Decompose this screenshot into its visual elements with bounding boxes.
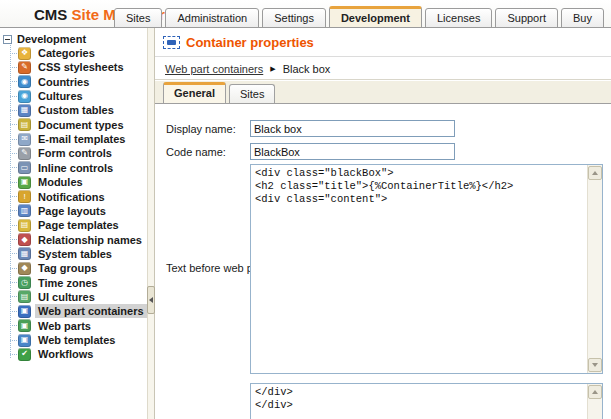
main-tab-support[interactable]: Support <box>495 8 558 28</box>
notifications-icon: ! <box>18 190 31 203</box>
tree-branch-line <box>10 139 17 140</box>
main-tab-licenses[interactable]: Licenses <box>425 8 492 28</box>
sidebar-item-e-mail-templates[interactable]: ✉E-mail templates <box>10 132 128 146</box>
sidebar-item-label: Web part containers <box>35 304 147 318</box>
panel-splitter[interactable] <box>147 28 155 419</box>
tree-root-development[interactable]: Development <box>3 33 89 45</box>
text-before-textarea[interactable]: <div class="blackBox"> <h2 class="title"… <box>250 164 603 374</box>
sidebar-item-form-controls[interactable]: ✎Form controls <box>10 146 115 160</box>
sidebar-item-label: Countries <box>35 75 92 89</box>
code-name-label: Code name: <box>166 146 226 158</box>
breadcrumb-parent-link[interactable]: Web part containers <box>165 63 263 75</box>
main-tab-buy[interactable]: Buy <box>561 8 604 28</box>
tree-branch-line <box>10 225 17 226</box>
sidebar-item-time-zones[interactable]: ◷Time zones <box>10 276 101 290</box>
sidebar-item-cultures[interactable]: ◉Cultures <box>10 89 86 103</box>
sidebar-item-label: UI cultures <box>35 290 98 304</box>
scroll-up-button[interactable] <box>588 385 602 399</box>
text-after-textarea[interactable]: </div> </div> <box>250 383 603 419</box>
text-before-code: <div class="blackBox"> <h2 class="title"… <box>251 165 602 208</box>
sidebar-item-document-types[interactable]: ▤Document types <box>10 118 127 132</box>
tree-branch-line <box>10 296 17 297</box>
page-title: Container properties <box>186 35 314 50</box>
sidebar-item-label: CSS stylesheets <box>35 60 127 74</box>
sidebar-item-label: Cultures <box>35 89 86 103</box>
main-tab-administration[interactable]: Administration <box>165 8 259 28</box>
code-name-input[interactable] <box>250 143 455 160</box>
text-before-scrollbar[interactable] <box>587 165 602 373</box>
sidebar-item-page-templates[interactable]: ▤Page templates <box>10 218 122 232</box>
property-tab-sites[interactable]: Sites <box>229 84 275 103</box>
sidebar-item-system-tables[interactable]: ▦System tables <box>10 247 115 261</box>
main-tab-sites[interactable]: Sites <box>114 8 162 28</box>
sidebar-collapse-button[interactable] <box>147 286 155 314</box>
collapse-toggle-icon[interactable] <box>3 35 12 44</box>
main-tab-development[interactable]: Development <box>329 6 422 28</box>
sidebar-item-label: Workflows <box>35 347 96 361</box>
e-mail-templates-icon: ✉ <box>18 133 31 146</box>
text-after-code: </div> </div> <box>251 384 602 414</box>
web-parts-icon: ▣ <box>18 319 31 332</box>
sidebar-item-web-part-containers[interactable]: ▣Web part containers <box>10 304 147 318</box>
sidebar-item-web-templates[interactable]: ▣Web templates <box>10 333 118 347</box>
relationship-names-icon: ◆ <box>18 233 31 246</box>
sidebar-item-label: Form controls <box>35 146 115 160</box>
sidebar-item-countries[interactable]: ◉Countries <box>10 75 92 89</box>
tree-branch-line <box>10 340 17 341</box>
tree-branch-line <box>10 311 17 312</box>
sidebar-item-label: Web templates <box>35 333 118 347</box>
sidebar-item-tag-groups[interactable]: ◆Tag groups <box>10 261 100 275</box>
modules-icon: ▣ <box>18 176 31 189</box>
tree-branch-line <box>10 81 17 82</box>
tree-branch-line <box>10 239 17 240</box>
css-stylesheets-icon: ✎ <box>18 61 31 74</box>
scroll-down-button[interactable] <box>588 358 602 372</box>
sidebar-item-ui-cultures[interactable]: ▤UI cultures <box>10 290 98 304</box>
subtab-strip: GeneralSites <box>155 81 611 104</box>
scroll-up-button[interactable] <box>588 166 602 180</box>
sidebar-item-label: Time zones <box>35 276 101 290</box>
main-panel: Container properties Web part containers… <box>155 28 611 419</box>
sidebar-item-label: Page templates <box>35 218 122 232</box>
tree-branch-line <box>10 268 17 269</box>
sidebar-item-inline-controls[interactable]: ▭Inline controls <box>10 161 116 175</box>
sidebar-item-modules[interactable]: ▣Modules <box>10 175 86 189</box>
breadcrumb-row: Web part containers ▶ Black box <box>155 58 611 80</box>
tree-branch-line <box>10 96 17 97</box>
sidebar-item-categories[interactable]: ❖Categories <box>10 46 98 60</box>
categories-icon: ❖ <box>18 47 31 60</box>
sidebar-item-relationship-names[interactable]: ◆Relationship names <box>10 233 145 247</box>
tree-branch-line <box>10 167 17 168</box>
display-name-input[interactable] <box>250 120 455 137</box>
sidebar-item-notifications[interactable]: !Notifications <box>10 190 108 204</box>
web-templates-icon: ▣ <box>18 334 31 347</box>
page-templates-icon: ▤ <box>18 219 31 232</box>
sidebar-item-label: Tag groups <box>35 261 100 275</box>
tree-branch-line <box>10 153 17 154</box>
display-name-label: Display name: <box>166 123 236 135</box>
logo-cms-text: CMS <box>34 6 67 23</box>
text-after-scrollbar[interactable] <box>587 384 602 419</box>
countries-icon: ◉ <box>18 75 31 88</box>
sidebar-item-page-layouts[interactable]: ▥Page layouts <box>10 204 109 218</box>
web-part-containers-icon: ▣ <box>18 305 31 318</box>
sidebar-item-css-stylesheets[interactable]: ✎CSS stylesheets <box>10 60 127 74</box>
development-tree-sidebar: Development ❖Categories✎CSS stylesheets◉… <box>0 28 147 419</box>
ui-cultures-icon: ▤ <box>18 290 31 303</box>
cultures-icon: ◉ <box>18 90 31 103</box>
tree-branch-line <box>10 282 17 283</box>
panel-header: Container properties <box>155 28 611 57</box>
sidebar-item-custom-tables[interactable]: ▦Custom tables <box>10 103 117 117</box>
sidebar-item-label: Modules <box>35 175 86 189</box>
workflows-icon: ✔ <box>18 348 31 361</box>
property-tab-general[interactable]: General <box>163 82 226 103</box>
page-layouts-icon: ▥ <box>18 204 31 217</box>
sidebar-item-label: Inline controls <box>35 161 116 175</box>
sidebar-item-label: Notifications <box>35 190 108 204</box>
sidebar-item-label: Web parts <box>35 319 94 333</box>
sidebar-item-web-parts[interactable]: ▣Web parts <box>10 319 94 333</box>
main-tab-settings[interactable]: Settings <box>262 8 326 28</box>
tree-branch-line <box>10 325 17 326</box>
property-tabs: GeneralSites <box>163 82 275 103</box>
sidebar-item-workflows[interactable]: ✔Workflows <box>10 347 96 361</box>
